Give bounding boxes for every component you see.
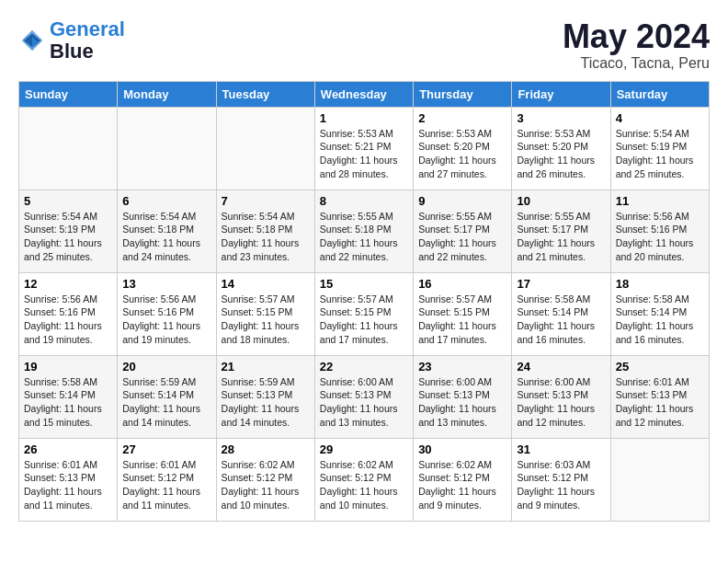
calendar-header-row: SundayMondayTuesdayWednesdayThursdayFrid… bbox=[19, 81, 710, 107]
day-info: Sunrise: 5:55 AM Sunset: 5:17 PM Dayligh… bbox=[418, 210, 506, 264]
day-info: Sunrise: 5:56 AM Sunset: 5:16 PM Dayligh… bbox=[122, 293, 210, 347]
calendar-cell: 14Sunrise: 5:57 AM Sunset: 5:15 PM Dayli… bbox=[216, 272, 314, 355]
day-number: 22 bbox=[320, 360, 408, 373]
calendar-cell: 26Sunrise: 6:01 AM Sunset: 5:13 PM Dayli… bbox=[19, 438, 118, 521]
day-info: Sunrise: 5:57 AM Sunset: 5:15 PM Dayligh… bbox=[418, 293, 506, 347]
day-number: 21 bbox=[222, 360, 310, 373]
week-row-5: 26Sunrise: 6:01 AM Sunset: 5:13 PM Dayli… bbox=[19, 438, 710, 521]
day-info: Sunrise: 6:02 AM Sunset: 5:12 PM Dayligh… bbox=[418, 458, 506, 512]
calendar-cell: 25Sunrise: 6:01 AM Sunset: 5:13 PM Dayli… bbox=[610, 355, 709, 438]
header-thursday: Thursday bbox=[414, 81, 512, 107]
day-info: Sunrise: 5:57 AM Sunset: 5:15 PM Dayligh… bbox=[222, 293, 310, 347]
day-number: 5 bbox=[24, 194, 112, 208]
calendar-cell: 4Sunrise: 5:54 AM Sunset: 5:19 PM Daylig… bbox=[610, 107, 709, 190]
day-info: Sunrise: 5:58 AM Sunset: 5:14 PM Dayligh… bbox=[616, 293, 704, 347]
calendar-cell: 6Sunrise: 5:54 AM Sunset: 5:18 PM Daylig… bbox=[118, 190, 216, 272]
day-info: Sunrise: 6:02 AM Sunset: 5:12 PM Dayligh… bbox=[320, 458, 408, 512]
day-info: Sunrise: 5:55 AM Sunset: 5:18 PM Dayligh… bbox=[320, 210, 408, 264]
day-number: 25 bbox=[616, 360, 704, 373]
calendar-cell: 15Sunrise: 5:57 AM Sunset: 5:15 PM Dayli… bbox=[314, 272, 413, 355]
page-header: GeneralBlue May 2024 Ticaco, Tacna, Peru bbox=[18, 18, 710, 72]
day-info: Sunrise: 5:53 AM Sunset: 5:21 PM Dayligh… bbox=[320, 127, 408, 181]
calendar-cell: 24Sunrise: 6:00 AM Sunset: 5:13 PM Dayli… bbox=[512, 355, 610, 438]
day-info: Sunrise: 5:53 AM Sunset: 5:20 PM Dayligh… bbox=[517, 127, 605, 181]
week-row-4: 19Sunrise: 5:58 AM Sunset: 5:14 PM Dayli… bbox=[19, 355, 710, 438]
calendar-cell: 8Sunrise: 5:55 AM Sunset: 5:18 PM Daylig… bbox=[314, 190, 413, 272]
day-number: 26 bbox=[24, 442, 112, 456]
day-number: 28 bbox=[222, 442, 310, 456]
day-info: Sunrise: 5:55 AM Sunset: 5:17 PM Dayligh… bbox=[517, 210, 605, 264]
day-number: 1 bbox=[320, 111, 408, 125]
day-number: 27 bbox=[122, 442, 210, 456]
day-info: Sunrise: 5:59 AM Sunset: 5:14 PM Dayligh… bbox=[122, 375, 210, 430]
day-info: Sunrise: 5:58 AM Sunset: 5:14 PM Dayligh… bbox=[517, 293, 605, 347]
day-info: Sunrise: 6:00 AM Sunset: 5:13 PM Dayligh… bbox=[517, 375, 605, 430]
day-info: Sunrise: 6:02 AM Sunset: 5:12 PM Dayligh… bbox=[222, 458, 310, 512]
day-number: 12 bbox=[24, 277, 112, 291]
day-info: Sunrise: 5:54 AM Sunset: 5:19 PM Dayligh… bbox=[616, 127, 704, 181]
logo-text: GeneralBlue bbox=[50, 18, 125, 63]
day-info: Sunrise: 5:53 AM Sunset: 5:20 PM Dayligh… bbox=[418, 127, 506, 181]
day-number: 11 bbox=[616, 194, 704, 208]
day-number: 24 bbox=[517, 360, 605, 373]
header-wednesday: Wednesday bbox=[314, 81, 413, 107]
day-number: 19 bbox=[24, 360, 112, 373]
calendar-cell: 2Sunrise: 5:53 AM Sunset: 5:20 PM Daylig… bbox=[414, 107, 512, 190]
day-number: 20 bbox=[122, 360, 210, 373]
day-number: 14 bbox=[222, 277, 310, 291]
header-friday: Friday bbox=[512, 81, 610, 107]
day-info: Sunrise: 6:00 AM Sunset: 5:13 PM Dayligh… bbox=[418, 375, 506, 430]
day-number: 4 bbox=[616, 111, 704, 125]
header-tuesday: Tuesday bbox=[216, 81, 314, 107]
header-sunday: Sunday bbox=[19, 81, 118, 107]
day-number: 6 bbox=[122, 194, 210, 208]
calendar-cell: 7Sunrise: 5:54 AM Sunset: 5:18 PM Daylig… bbox=[216, 190, 314, 272]
day-number: 18 bbox=[616, 277, 704, 291]
day-number: 10 bbox=[517, 194, 605, 208]
day-number: 30 bbox=[418, 442, 506, 456]
day-info: Sunrise: 6:01 AM Sunset: 5:12 PM Dayligh… bbox=[122, 458, 210, 512]
calendar-cell: 10Sunrise: 5:55 AM Sunset: 5:17 PM Dayli… bbox=[512, 190, 610, 272]
day-info: Sunrise: 5:54 AM Sunset: 5:18 PM Dayligh… bbox=[122, 210, 210, 264]
calendar-cell: 11Sunrise: 5:56 AM Sunset: 5:16 PM Dayli… bbox=[610, 190, 709, 272]
calendar-cell: 22Sunrise: 6:00 AM Sunset: 5:13 PM Dayli… bbox=[314, 355, 413, 438]
calendar-cell bbox=[216, 107, 314, 190]
calendar-cell: 21Sunrise: 5:59 AM Sunset: 5:13 PM Dayli… bbox=[216, 355, 314, 438]
day-info: Sunrise: 6:01 AM Sunset: 5:13 PM Dayligh… bbox=[24, 458, 112, 512]
calendar-cell: 13Sunrise: 5:56 AM Sunset: 5:16 PM Dayli… bbox=[118, 272, 216, 355]
calendar-cell: 29Sunrise: 6:02 AM Sunset: 5:12 PM Dayli… bbox=[314, 438, 413, 521]
day-info: Sunrise: 5:58 AM Sunset: 5:14 PM Dayligh… bbox=[24, 375, 112, 430]
calendar-cell bbox=[118, 107, 216, 190]
day-number: 8 bbox=[320, 194, 408, 208]
day-number: 7 bbox=[222, 194, 310, 208]
calendar-cell: 17Sunrise: 5:58 AM Sunset: 5:14 PM Dayli… bbox=[512, 272, 610, 355]
day-number: 3 bbox=[517, 111, 605, 125]
day-number: 15 bbox=[320, 277, 408, 291]
month-year: May 2024 bbox=[563, 18, 710, 55]
calendar-cell: 18Sunrise: 5:58 AM Sunset: 5:14 PM Dayli… bbox=[610, 272, 709, 355]
calendar-cell: 20Sunrise: 5:59 AM Sunset: 5:14 PM Dayli… bbox=[118, 355, 216, 438]
calendar-cell: 31Sunrise: 6:03 AM Sunset: 5:12 PM Dayli… bbox=[512, 438, 610, 521]
location: Ticaco, Tacna, Peru bbox=[563, 55, 710, 72]
day-info: Sunrise: 5:54 AM Sunset: 5:19 PM Dayligh… bbox=[24, 210, 112, 264]
day-info: Sunrise: 5:57 AM Sunset: 5:15 PM Dayligh… bbox=[320, 293, 408, 347]
day-number: 13 bbox=[122, 277, 210, 291]
calendar-cell bbox=[19, 107, 118, 190]
calendar-cell: 16Sunrise: 5:57 AM Sunset: 5:15 PM Dayli… bbox=[414, 272, 512, 355]
calendar-cell: 5Sunrise: 5:54 AM Sunset: 5:19 PM Daylig… bbox=[19, 190, 118, 272]
day-number: 16 bbox=[418, 277, 506, 291]
logo-icon bbox=[18, 27, 46, 54]
calendar-cell: 19Sunrise: 5:58 AM Sunset: 5:14 PM Dayli… bbox=[19, 355, 118, 438]
day-number: 31 bbox=[517, 442, 605, 456]
day-number: 2 bbox=[418, 111, 506, 125]
calendar-cell: 28Sunrise: 6:02 AM Sunset: 5:12 PM Dayli… bbox=[216, 438, 314, 521]
logo: GeneralBlue bbox=[18, 18, 125, 63]
day-info: Sunrise: 5:54 AM Sunset: 5:18 PM Dayligh… bbox=[222, 210, 310, 264]
day-info: Sunrise: 5:56 AM Sunset: 5:16 PM Dayligh… bbox=[616, 210, 704, 264]
week-row-2: 5Sunrise: 5:54 AM Sunset: 5:19 PM Daylig… bbox=[19, 190, 710, 272]
calendar-cell: 1Sunrise: 5:53 AM Sunset: 5:21 PM Daylig… bbox=[314, 107, 413, 190]
calendar-cell bbox=[610, 438, 709, 521]
day-info: Sunrise: 6:03 AM Sunset: 5:12 PM Dayligh… bbox=[517, 458, 605, 512]
day-info: Sunrise: 6:01 AM Sunset: 5:13 PM Dayligh… bbox=[616, 375, 704, 430]
header-saturday: Saturday bbox=[610, 81, 709, 107]
